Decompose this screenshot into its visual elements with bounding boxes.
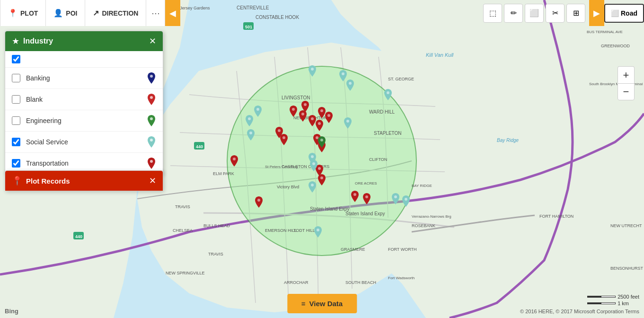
- copyright: © 2016 HERE, © 2017 Microsoft Corporatio…: [520, 309, 639, 314]
- industry-item-social_service: Social Service: [5, 132, 163, 153]
- svg-text:FORT WORTH: FORT WORTH: [388, 247, 417, 252]
- svg-text:440: 440: [196, 144, 203, 149]
- svg-point-76: [353, 193, 356, 196]
- road-label: Road: [621, 9, 637, 17]
- svg-text:TRAVIS: TRAVIS: [175, 204, 190, 209]
- road-icon: ⬜: [611, 9, 619, 17]
- plot-records-header: 📍 Plot Records ✕: [5, 171, 163, 191]
- checkbox-banking[interactable]: [12, 74, 20, 82]
- svg-text:CHELSEA: CHELSEA: [173, 228, 193, 233]
- svg-text:ORE ACRES: ORE ACRES: [355, 181, 377, 186]
- svg-text:SOUTH BEACH: SOUTH BEACH: [345, 280, 376, 285]
- marker-3[interactable]: [384, 89, 392, 102]
- svg-point-79: [312, 162, 315, 165]
- marker-5[interactable]: [246, 115, 253, 128]
- svg-text:BAY RIDGE: BAY RIDGE: [412, 184, 432, 188]
- svg-text:ELM PARK: ELM PARK: [213, 171, 234, 176]
- marker-9[interactable]: [301, 101, 309, 114]
- marker-10[interactable]: [309, 115, 316, 128]
- poi-label: POI: [66, 9, 77, 17]
- marker-2[interactable]: [346, 80, 354, 93]
- view-data-icon: ≡: [301, 300, 306, 308]
- svg-point-72: [318, 167, 321, 170]
- zoom-out-button[interactable]: −: [618, 83, 635, 100]
- svg-text:GREENWOOD: GREENWOOD: [601, 44, 630, 48]
- svg-point-56: [349, 82, 352, 85]
- layers-tool-button[interactable]: ⊞: [566, 4, 585, 23]
- svg-text:ARROCHAR: ARROCHAR: [284, 280, 309, 285]
- svg-text:BUS TERMINAL AVE: BUS TERMINAL AVE: [587, 30, 623, 34]
- svg-point-82: [346, 120, 349, 123]
- industry-close-button[interactable]: ✕: [149, 36, 156, 46]
- check-all-checkbox[interactable]: [12, 55, 20, 63]
- zoom-controls: + −: [618, 66, 635, 100]
- svg-text:NEW UTRECHT: NEW UTRECHT: [610, 223, 642, 228]
- plot-button[interactable]: 📍 PLOT: [0, 0, 46, 26]
- marker-31[interactable]: [402, 195, 410, 209]
- poi-button[interactable]: 👤 POI: [46, 0, 85, 26]
- select-tool-button[interactable]: ⬚: [483, 4, 502, 23]
- marker-7[interactable]: [290, 106, 297, 119]
- plot-records-location-icon: 📍: [12, 176, 22, 186]
- svg-point-68: [278, 129, 281, 132]
- plot-records-title: Plot Records: [26, 177, 149, 185]
- svg-point-75: [257, 199, 260, 202]
- collapse-left-button[interactable]: ◀: [165, 0, 180, 26]
- svg-text:FORT HAMILTON: FORT HAMILTON: [539, 214, 573, 219]
- zoom-in-button[interactable]: +: [618, 66, 635, 83]
- svg-point-69: [282, 136, 285, 139]
- svg-point-89: [150, 139, 153, 141]
- svg-text:CLIFTON: CLIFTON: [369, 157, 387, 162]
- svg-text:NEW SPRINGVILLE: NEW SPRINGVILLE: [166, 271, 205, 275]
- erase-tool-button[interactable]: ⬜: [525, 4, 544, 23]
- view-data-button[interactable]: ≡ View Data: [287, 294, 357, 313]
- marker-12[interactable]: [325, 112, 333, 125]
- marker-25[interactable]: [310, 160, 318, 173]
- marker-4[interactable]: [254, 106, 262, 119]
- svg-point-90: [150, 160, 153, 163]
- checkbox-blank[interactable]: [12, 95, 20, 104]
- collapse-right-button[interactable]: ▶: [589, 0, 604, 26]
- svg-point-65: [320, 109, 323, 112]
- map-attribution: © 2016 HERE, © 2017 Microsoft Corporatio…: [520, 309, 639, 314]
- plot-records-panel: 📍 Plot Records ✕: [5, 170, 163, 191]
- pin-engineering: [147, 114, 156, 127]
- checkbox-engineering[interactable]: [12, 116, 20, 125]
- marker-15[interactable]: [280, 134, 288, 147]
- checkbox-social_service[interactable]: [12, 138, 20, 146]
- svg-point-86: [150, 75, 153, 78]
- svg-text:TRAVIS: TRAVIS: [208, 252, 223, 256]
- svg-text:St Peters Cemetery: St Peters Cemetery: [265, 165, 298, 169]
- marker-26[interactable]: [309, 181, 316, 194]
- marker-0[interactable]: [309, 65, 316, 79]
- marker-1[interactable]: [339, 70, 347, 83]
- marker-21[interactable]: [255, 196, 263, 210]
- marker-29[interactable]: [318, 136, 326, 150]
- svg-point-87: [150, 96, 153, 99]
- plot-records-close-button[interactable]: ✕: [149, 176, 156, 186]
- marker-19[interactable]: [318, 174, 326, 187]
- marker-27[interactable]: [314, 226, 322, 239]
- marker-30[interactable]: [392, 193, 399, 206]
- marker-22[interactable]: [351, 191, 359, 204]
- toolbar-right: ⬚ ✏ ⬜ ✂ ⊞ ▶ ⬜ Road: [482, 0, 644, 26]
- marker-6[interactable]: [247, 129, 255, 142]
- svg-point-61: [292, 108, 295, 111]
- road-view-button[interactable]: ⬜ Road: [604, 4, 644, 23]
- plot-icon: 📍: [8, 9, 18, 18]
- svg-text:BENSONHURST: BENSONHURST: [610, 266, 644, 271]
- svg-text:Kill Van Kull: Kill Van Kull: [426, 52, 454, 58]
- industry-item-engineering: Engineering: [5, 110, 163, 132]
- marker-13[interactable]: [316, 120, 323, 133]
- marker-23[interactable]: [363, 193, 371, 206]
- draw-tool-button[interactable]: ✏: [504, 4, 523, 23]
- more-options-button[interactable]: ⋯: [146, 0, 165, 26]
- measure-tool-button[interactable]: ✂: [546, 4, 565, 23]
- checkbox-transportation[interactable]: [12, 159, 20, 168]
- marker-11[interactable]: [318, 107, 326, 120]
- svg-point-81: [317, 229, 319, 231]
- svg-point-54: [311, 68, 314, 71]
- direction-button[interactable]: ↗ DIRECTION: [85, 0, 146, 26]
- marker-28[interactable]: [344, 117, 352, 131]
- marker-20[interactable]: [230, 155, 238, 168]
